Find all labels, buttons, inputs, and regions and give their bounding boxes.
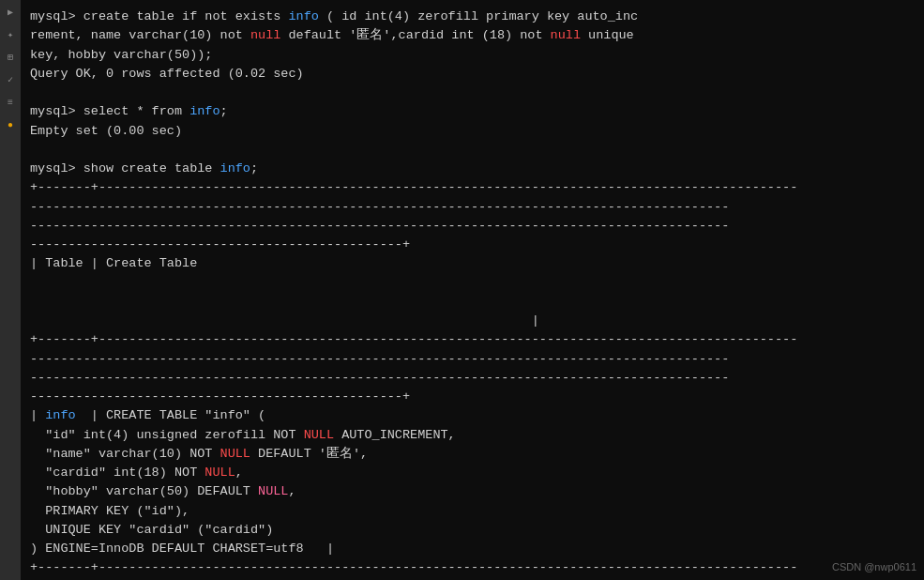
terminal-line-cursor: | [30,312,915,330]
terminal-line-blank4 [30,293,915,312]
terminal-line-engine: ) ENGINE=InnoDB DEFAULT CHARSET=utf8 | [30,540,915,558]
divider-4: ----------------------------------------… [30,236,915,254]
terminal-line-3: key, hobby varchar(50)); [30,46,915,65]
sidebar-icon-5[interactable]: ≡ [3,95,18,110]
sidebar: ▶ ✦ ⊞ ✓ ≡ ● [0,0,21,580]
sidebar-icon-6[interactable]: ● [3,117,18,132]
terminal-line-blank3 [30,274,915,293]
divider-7: ----------------------------------------… [30,369,915,388]
terminal-line-cardid: "cardid" int(18) NOT NULL, [30,464,915,482]
sidebar-icon-2[interactable]: ✦ [3,27,18,42]
divider-2: ----------------------------------------… [30,198,915,217]
divider-3: ----------------------------------------… [30,217,915,236]
sidebar-icon-1[interactable]: ▶ [3,5,18,20]
terminal-line-hobby: "hobby" varchar(50) DEFAULT NULL, [30,482,915,501]
terminal-line-2: rement, name varchar(10) not null defaul… [30,26,915,45]
terminal-line-5: mysql> select * from info; [30,102,915,121]
terminal-line-7: mysql> show create table info; [30,160,915,178]
terminal-line-blank2 [30,141,915,160]
sidebar-icon-4[interactable]: ✓ [3,72,18,87]
terminal-line-id: "id" int(4) unsigned zerofill NOT NULL A… [30,426,915,445]
divider-5: +-------+-------------------------------… [30,330,915,349]
terminal-output: mysql> create table if not exists info (… [21,0,924,580]
divider-8: ----------------------------------------… [30,388,915,406]
terminal-line-blank1 [30,84,915,102]
divider-6: ----------------------------------------… [30,350,915,369]
table-header-row: | Table | Create Table [30,254,915,273]
watermark: CSDN @nwp0611 [832,561,916,572]
terminal-line-info: | info | CREATE TABLE "info" ( [30,406,915,425]
divider-final: +-------+-------------------------------… [30,558,915,577]
terminal-line-unique: UNIQUE KEY "cardid" ("cardid") [30,521,915,540]
terminal-line-1: mysql> create table if not exists info (… [30,8,915,26]
terminal-line-name: "name" varchar(10) NOT NULL DEFAULT '匿名'… [30,445,915,464]
divider-1: +-------+-------------------------------… [30,178,915,197]
terminal-line-6: Empty set (0.00 sec) [30,122,915,141]
terminal-line-primary: PRIMARY KEY ("id"), [30,502,915,521]
sidebar-icon-3[interactable]: ⊞ [3,50,18,65]
terminal-line-4: Query OK, 0 rows affected (0.02 sec) [30,65,915,84]
